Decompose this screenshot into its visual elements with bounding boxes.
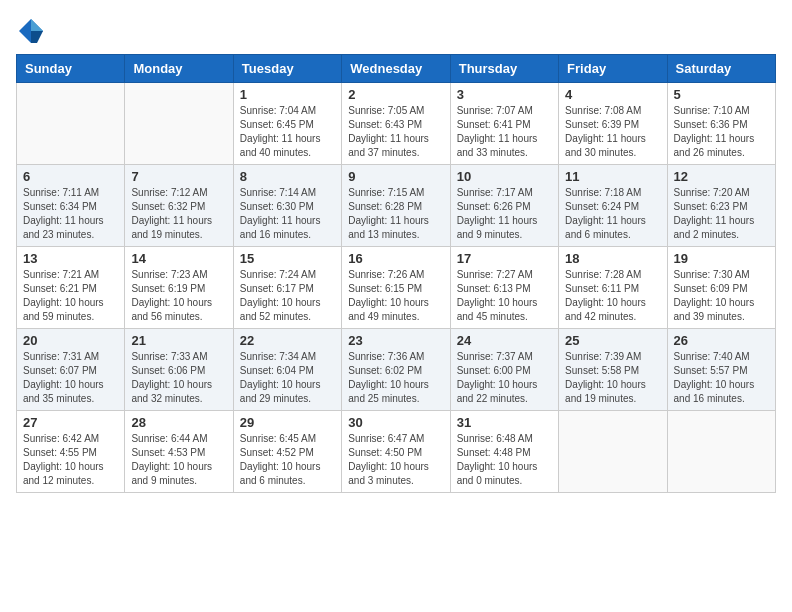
week-row-0: 1Sunrise: 7:04 AM Sunset: 6:45 PM Daylig…	[17, 83, 776, 165]
day-cell: 2Sunrise: 7:05 AM Sunset: 6:43 PM Daylig…	[342, 83, 450, 165]
day-number: 2	[348, 87, 443, 102]
day-info: Sunrise: 7:23 AM Sunset: 6:19 PM Dayligh…	[131, 268, 226, 324]
day-cell	[559, 411, 667, 493]
week-row-1: 6Sunrise: 7:11 AM Sunset: 6:34 PM Daylig…	[17, 165, 776, 247]
day-number: 4	[565, 87, 660, 102]
day-info: Sunrise: 6:47 AM Sunset: 4:50 PM Dayligh…	[348, 432, 443, 488]
day-cell: 15Sunrise: 7:24 AM Sunset: 6:17 PM Dayli…	[233, 247, 341, 329]
day-number: 6	[23, 169, 118, 184]
day-number: 29	[240, 415, 335, 430]
day-info: Sunrise: 7:37 AM Sunset: 6:00 PM Dayligh…	[457, 350, 552, 406]
logo	[16, 16, 50, 46]
day-number: 14	[131, 251, 226, 266]
day-info: Sunrise: 7:21 AM Sunset: 6:21 PM Dayligh…	[23, 268, 118, 324]
day-info: Sunrise: 7:20 AM Sunset: 6:23 PM Dayligh…	[674, 186, 769, 242]
col-header-thursday: Thursday	[450, 55, 558, 83]
day-number: 12	[674, 169, 769, 184]
day-number: 30	[348, 415, 443, 430]
day-info: Sunrise: 7:08 AM Sunset: 6:39 PM Dayligh…	[565, 104, 660, 160]
day-number: 7	[131, 169, 226, 184]
day-info: Sunrise: 7:31 AM Sunset: 6:07 PM Dayligh…	[23, 350, 118, 406]
day-info: Sunrise: 6:48 AM Sunset: 4:48 PM Dayligh…	[457, 432, 552, 488]
week-row-2: 13Sunrise: 7:21 AM Sunset: 6:21 PM Dayli…	[17, 247, 776, 329]
calendar-table: SundayMondayTuesdayWednesdayThursdayFrid…	[16, 54, 776, 493]
day-number: 24	[457, 333, 552, 348]
day-info: Sunrise: 7:27 AM Sunset: 6:13 PM Dayligh…	[457, 268, 552, 324]
day-cell: 20Sunrise: 7:31 AM Sunset: 6:07 PM Dayli…	[17, 329, 125, 411]
day-number: 23	[348, 333, 443, 348]
col-header-friday: Friday	[559, 55, 667, 83]
day-number: 3	[457, 87, 552, 102]
day-number: 27	[23, 415, 118, 430]
day-info: Sunrise: 7:15 AM Sunset: 6:28 PM Dayligh…	[348, 186, 443, 242]
day-number: 9	[348, 169, 443, 184]
day-cell	[17, 83, 125, 165]
day-cell: 25Sunrise: 7:39 AM Sunset: 5:58 PM Dayli…	[559, 329, 667, 411]
day-number: 16	[348, 251, 443, 266]
day-info: Sunrise: 7:28 AM Sunset: 6:11 PM Dayligh…	[565, 268, 660, 324]
week-row-4: 27Sunrise: 6:42 AM Sunset: 4:55 PM Dayli…	[17, 411, 776, 493]
day-number: 5	[674, 87, 769, 102]
day-cell: 17Sunrise: 7:27 AM Sunset: 6:13 PM Dayli…	[450, 247, 558, 329]
day-cell: 24Sunrise: 7:37 AM Sunset: 6:00 PM Dayli…	[450, 329, 558, 411]
day-cell: 8Sunrise: 7:14 AM Sunset: 6:30 PM Daylig…	[233, 165, 341, 247]
day-info: Sunrise: 7:05 AM Sunset: 6:43 PM Dayligh…	[348, 104, 443, 160]
day-cell: 22Sunrise: 7:34 AM Sunset: 6:04 PM Dayli…	[233, 329, 341, 411]
day-number: 18	[565, 251, 660, 266]
col-header-monday: Monday	[125, 55, 233, 83]
day-cell: 1Sunrise: 7:04 AM Sunset: 6:45 PM Daylig…	[233, 83, 341, 165]
day-number: 8	[240, 169, 335, 184]
day-number: 22	[240, 333, 335, 348]
col-header-saturday: Saturday	[667, 55, 775, 83]
day-cell	[667, 411, 775, 493]
day-cell: 4Sunrise: 7:08 AM Sunset: 6:39 PM Daylig…	[559, 83, 667, 165]
day-cell: 18Sunrise: 7:28 AM Sunset: 6:11 PM Dayli…	[559, 247, 667, 329]
day-cell: 21Sunrise: 7:33 AM Sunset: 6:06 PM Dayli…	[125, 329, 233, 411]
day-info: Sunrise: 7:36 AM Sunset: 6:02 PM Dayligh…	[348, 350, 443, 406]
day-info: Sunrise: 7:17 AM Sunset: 6:26 PM Dayligh…	[457, 186, 552, 242]
page: SundayMondayTuesdayWednesdayThursdayFrid…	[0, 0, 792, 509]
day-info: Sunrise: 6:44 AM Sunset: 4:53 PM Dayligh…	[131, 432, 226, 488]
day-info: Sunrise: 7:07 AM Sunset: 6:41 PM Dayligh…	[457, 104, 552, 160]
svg-marker-1	[31, 19, 43, 31]
week-row-3: 20Sunrise: 7:31 AM Sunset: 6:07 PM Dayli…	[17, 329, 776, 411]
day-cell	[125, 83, 233, 165]
day-info: Sunrise: 7:26 AM Sunset: 6:15 PM Dayligh…	[348, 268, 443, 324]
day-number: 19	[674, 251, 769, 266]
day-cell: 10Sunrise: 7:17 AM Sunset: 6:26 PM Dayli…	[450, 165, 558, 247]
day-cell: 28Sunrise: 6:44 AM Sunset: 4:53 PM Dayli…	[125, 411, 233, 493]
day-cell: 3Sunrise: 7:07 AM Sunset: 6:41 PM Daylig…	[450, 83, 558, 165]
col-header-sunday: Sunday	[17, 55, 125, 83]
day-number: 20	[23, 333, 118, 348]
day-number: 1	[240, 87, 335, 102]
day-info: Sunrise: 6:42 AM Sunset: 4:55 PM Dayligh…	[23, 432, 118, 488]
day-info: Sunrise: 7:12 AM Sunset: 6:32 PM Dayligh…	[131, 186, 226, 242]
day-cell: 12Sunrise: 7:20 AM Sunset: 6:23 PM Dayli…	[667, 165, 775, 247]
header-row: SundayMondayTuesdayWednesdayThursdayFrid…	[17, 55, 776, 83]
day-cell: 13Sunrise: 7:21 AM Sunset: 6:21 PM Dayli…	[17, 247, 125, 329]
day-info: Sunrise: 7:11 AM Sunset: 6:34 PM Dayligh…	[23, 186, 118, 242]
day-cell: 23Sunrise: 7:36 AM Sunset: 6:02 PM Dayli…	[342, 329, 450, 411]
day-info: Sunrise: 6:45 AM Sunset: 4:52 PM Dayligh…	[240, 432, 335, 488]
day-number: 15	[240, 251, 335, 266]
day-info: Sunrise: 7:18 AM Sunset: 6:24 PM Dayligh…	[565, 186, 660, 242]
day-number: 11	[565, 169, 660, 184]
day-info: Sunrise: 7:34 AM Sunset: 6:04 PM Dayligh…	[240, 350, 335, 406]
day-number: 31	[457, 415, 552, 430]
day-number: 28	[131, 415, 226, 430]
day-info: Sunrise: 7:40 AM Sunset: 5:57 PM Dayligh…	[674, 350, 769, 406]
day-cell: 5Sunrise: 7:10 AM Sunset: 6:36 PM Daylig…	[667, 83, 775, 165]
day-info: Sunrise: 7:24 AM Sunset: 6:17 PM Dayligh…	[240, 268, 335, 324]
day-number: 17	[457, 251, 552, 266]
day-info: Sunrise: 7:14 AM Sunset: 6:30 PM Dayligh…	[240, 186, 335, 242]
day-cell: 26Sunrise: 7:40 AM Sunset: 5:57 PM Dayli…	[667, 329, 775, 411]
day-info: Sunrise: 7:04 AM Sunset: 6:45 PM Dayligh…	[240, 104, 335, 160]
day-info: Sunrise: 7:33 AM Sunset: 6:06 PM Dayligh…	[131, 350, 226, 406]
col-header-wednesday: Wednesday	[342, 55, 450, 83]
day-number: 21	[131, 333, 226, 348]
svg-marker-2	[31, 31, 43, 43]
day-info: Sunrise: 7:39 AM Sunset: 5:58 PM Dayligh…	[565, 350, 660, 406]
day-cell: 9Sunrise: 7:15 AM Sunset: 6:28 PM Daylig…	[342, 165, 450, 247]
header	[16, 16, 776, 46]
day-cell: 27Sunrise: 6:42 AM Sunset: 4:55 PM Dayli…	[17, 411, 125, 493]
